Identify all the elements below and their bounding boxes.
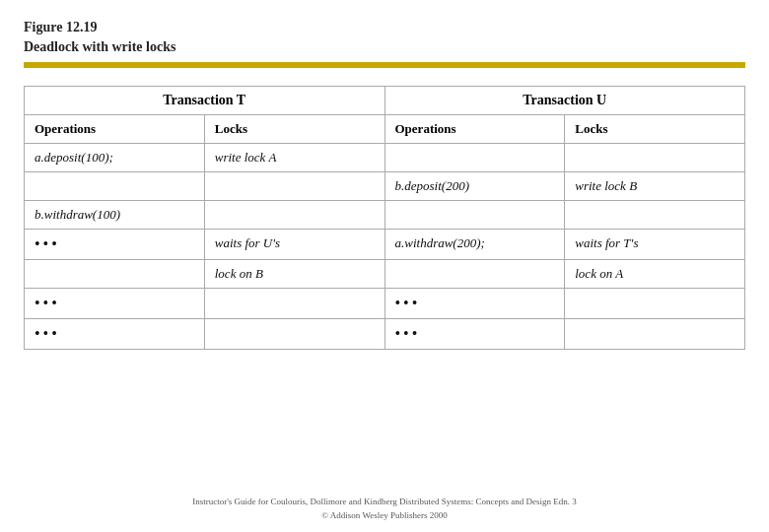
footer-line2: © Addison Wesley Publishers 2000 (24, 509, 745, 523)
cell-r1-c1 (204, 172, 384, 201)
cell-r5-c1 (204, 289, 384, 319)
footer: Instructor's Guide for Coulouris, Dollim… (24, 496, 745, 522)
col-ops-u-header: Operations (384, 115, 565, 144)
cell-r6-c0: ••• (25, 319, 205, 350)
footer-line1: Instructor's Guide for Coulouris, Dollim… (24, 496, 745, 509)
cell-r3-c2: a.withdraw(200); (384, 230, 565, 260)
table-row: b.withdraw(100) (25, 201, 745, 230)
cell-r2-c1 (204, 201, 384, 230)
cell-r4-c3: lock on A (565, 260, 745, 289)
cell-r0-c2 (384, 144, 565, 172)
title-line2: Deadlock with write locks (24, 37, 745, 57)
title-section: Figure 12.19 Deadlock with write locks (24, 18, 745, 56)
cell-r5-c2: ••• (384, 289, 565, 319)
table-wrapper: Transaction T Transaction U Operations L… (24, 86, 745, 486)
transaction-u-header: Transaction U (384, 87, 745, 115)
cell-r0-c3 (565, 144, 745, 172)
title-line1: Figure 12.19 (24, 18, 745, 37)
cell-r0-c1: write lock A (204, 144, 384, 172)
cell-r2-c3 (565, 201, 745, 230)
cell-r6-c3 (565, 319, 745, 350)
cell-r3-c3: waits for T's (565, 230, 745, 260)
subheader-row: Operations Locks Operations Locks (25, 115, 745, 144)
cell-r2-c0: b.withdraw(100) (25, 201, 205, 230)
cell-r4-c0 (25, 260, 205, 289)
cell-r3-c0: ••• (25, 230, 205, 260)
table-row: a.deposit(100);write lock A (25, 144, 745, 172)
transaction-t-header: Transaction T (25, 87, 385, 115)
table-row: •••••• (25, 289, 745, 319)
cell-r4-c1: lock on B (204, 260, 384, 289)
cell-r1-c3: write lock B (565, 172, 745, 201)
cell-r5-c0: ••• (25, 289, 205, 319)
deadlock-table: Transaction T Transaction U Operations L… (24, 86, 745, 350)
gold-divider (24, 62, 745, 68)
cell-r1-c2: b.deposit(200) (384, 172, 565, 201)
col-ops-t-header: Operations (25, 115, 205, 144)
cell-r6-c1 (204, 319, 384, 350)
cell-r5-c3 (565, 289, 745, 319)
col-locks-u-header: Locks (565, 115, 745, 144)
cell-r2-c2 (384, 201, 565, 230)
table-row: •••••• (25, 319, 745, 350)
cell-r6-c2: ••• (384, 319, 565, 350)
cell-r0-c0: a.deposit(100); (25, 144, 205, 172)
table-row: •••waits for U'sa.withdraw(200);waits fo… (25, 230, 745, 260)
col-locks-t-header: Locks (204, 115, 384, 144)
cell-r1-c0 (25, 172, 205, 201)
table-row: b.deposit(200)write lock B (25, 172, 745, 201)
cell-r4-c2 (384, 260, 565, 289)
transaction-header-row: Transaction T Transaction U (25, 87, 745, 115)
cell-r3-c1: waits for U's (204, 230, 384, 260)
table-row: lock on Block on A (25, 260, 745, 289)
